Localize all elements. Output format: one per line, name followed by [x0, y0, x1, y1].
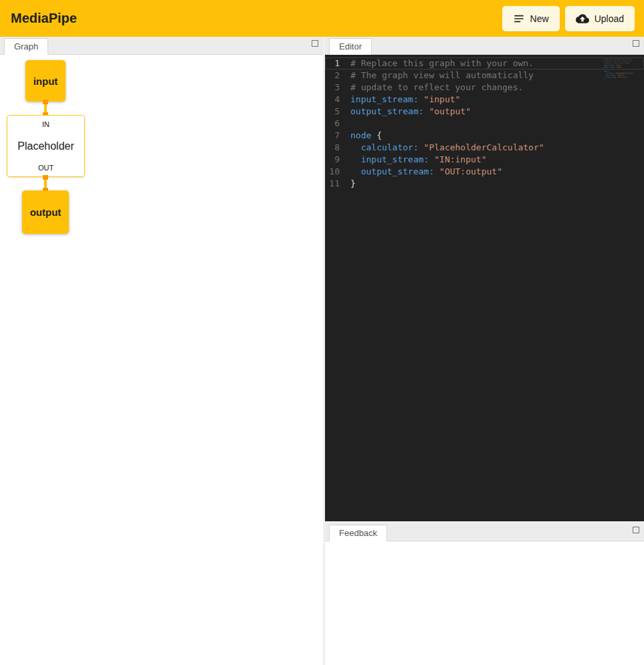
- line-content: input_stream: "IN:input": [350, 154, 487, 166]
- graph-edge-placeholder-output: [44, 177, 47, 190]
- code-line[interactable]: 9 input_stream: "IN:input": [325, 154, 644, 166]
- graph-node-input[interactable]: input: [25, 60, 66, 102]
- header-actions: New Upload: [502, 6, 635, 31]
- line-number: 9: [325, 154, 350, 166]
- code-line[interactable]: 5output_stream: "output": [325, 106, 644, 118]
- new-button[interactable]: New: [502, 6, 560, 31]
- line-number: 11: [325, 178, 350, 190]
- feedback-maximize-icon[interactable]: [633, 527, 639, 533]
- main-layout: Graph input IN Placeholder OUT output: [0, 37, 644, 665]
- code-line[interactable]: 10 output_stream: "OUT:output": [325, 166, 644, 178]
- editor-tabbar: Editor: [325, 37, 644, 55]
- feedback-tabbar: Feedback: [325, 523, 644, 541]
- line-number: 1: [325, 57, 350, 70]
- tab-graph-label: Graph: [14, 41, 38, 51]
- upload-button[interactable]: Upload: [565, 6, 635, 31]
- placeholder-out-port: OUT: [38, 164, 53, 172]
- feedback-panel: Feedback: [325, 523, 644, 665]
- code-line[interactable]: 7node {: [325, 130, 644, 142]
- menu-icon: [513, 13, 525, 25]
- right-column: Editor 1# Replace this graph with your o…: [325, 37, 644, 665]
- tab-editor-label: Editor: [339, 41, 362, 51]
- editor-panel: Editor 1# Replace this graph with your o…: [325, 37, 644, 521]
- feedback-content: [325, 541, 644, 665]
- code-line[interactable]: 6: [325, 118, 644, 130]
- placeholder-in-port: IN: [42, 120, 49, 128]
- graph-tabbar: Graph: [0, 37, 323, 55]
- tab-editor[interactable]: Editor: [329, 38, 372, 55]
- upload-button-label: Upload: [595, 13, 624, 24]
- graph-edge-input-placeholder: [44, 102, 47, 115]
- editor-maximize-icon[interactable]: [633, 40, 639, 47]
- app-header: MediaPipe New Upload: [0, 0, 644, 37]
- graph-node-placeholder-label: Placeholder: [17, 140, 74, 152]
- app-title: MediaPipe: [11, 11, 77, 26]
- line-number: 3: [325, 82, 350, 94]
- code-line[interactable]: 11}: [325, 178, 644, 190]
- graph-maximize-icon[interactable]: [312, 40, 318, 47]
- line-content: # update to reflect your changes.: [350, 82, 523, 94]
- line-number: 2: [325, 70, 350, 82]
- cloud-upload-icon: [576, 12, 589, 25]
- line-number: 7: [325, 130, 350, 142]
- line-content: }: [350, 178, 356, 190]
- line-content: node {: [350, 130, 382, 142]
- code-editor[interactable]: 1# Replace this graph with your own.2# T…: [325, 55, 644, 521]
- line-content: # Replace this graph with your own.: [350, 57, 534, 70]
- graph-node-output[interactable]: output: [22, 190, 69, 234]
- code-line[interactable]: 3# update to reflect your changes.: [325, 82, 644, 94]
- line-content: calculator: "PlaceholderCalculator": [350, 142, 544, 154]
- line-content: input_stream: "input": [350, 94, 460, 106]
- line-number: 5: [325, 106, 350, 118]
- tab-graph[interactable]: Graph: [4, 38, 48, 55]
- line-number: 8: [325, 142, 350, 154]
- line-number: 4: [325, 94, 350, 106]
- code-line[interactable]: 8 calculator: "PlaceholderCalculator": [325, 142, 644, 154]
- code-line[interactable]: 2# The graph view will automatically: [325, 70, 644, 82]
- code-line[interactable]: 1# Replace this graph with your own.: [325, 57, 644, 70]
- graph-node-placeholder[interactable]: IN Placeholder OUT: [7, 115, 85, 177]
- line-content: output_stream: "OUT:output": [350, 166, 502, 178]
- code-line[interactable]: 4input_stream: "input": [325, 94, 644, 106]
- editor-minimap[interactable]: # Replace this graph with your own.# The…: [604, 58, 635, 80]
- code-lines: 1# Replace this graph with your own.2# T…: [325, 57, 644, 190]
- line-content: # The graph view will automatically: [350, 70, 534, 82]
- tab-feedback[interactable]: Feedback: [329, 525, 387, 541]
- new-button-label: New: [530, 13, 549, 24]
- line-content: output_stream: "output": [350, 106, 471, 118]
- graph-canvas[interactable]: input IN Placeholder OUT output: [0, 55, 323, 665]
- line-number: 10: [325, 166, 350, 178]
- tab-feedback-label: Feedback: [339, 528, 377, 538]
- graph-panel: Graph input IN Placeholder OUT output: [0, 37, 323, 665]
- line-number: 6: [325, 118, 350, 130]
- graph-node-input-label: input: [33, 76, 58, 87]
- graph-node-output-label: output: [30, 207, 62, 218]
